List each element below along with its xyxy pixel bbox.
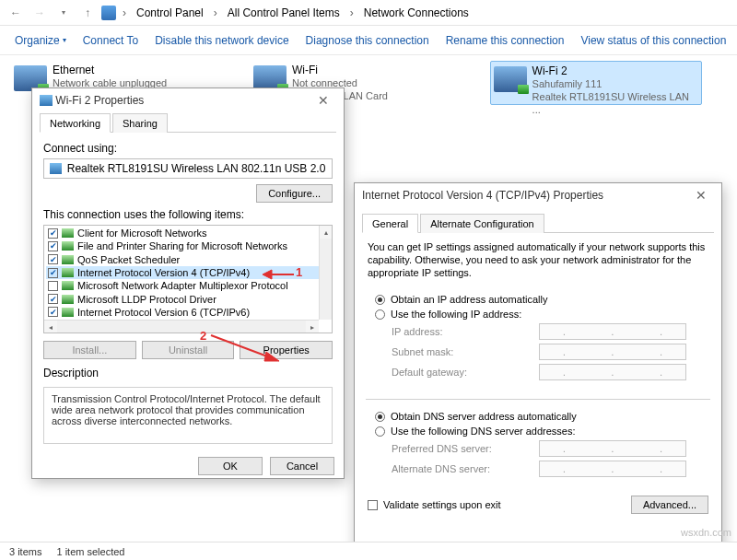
checkbox-icon[interactable]: ✔ bbox=[48, 241, 58, 251]
connection-name: Ethernet bbox=[53, 64, 167, 76]
radio-icon bbox=[375, 426, 385, 437]
checkbox-icon[interactable]: ✔ bbox=[48, 307, 58, 317]
subnet-field: ... bbox=[539, 344, 686, 360]
breadcrumb-item[interactable]: All Control Panel Items bbox=[224, 5, 344, 21]
component-icon bbox=[62, 295, 74, 304]
configure-button[interactable]: Configure... bbox=[256, 184, 333, 203]
radio-obtain-dns[interactable]: Obtain DNS server address automatically bbox=[375, 411, 701, 422]
component-label: Client for Microsoft Networks bbox=[77, 228, 207, 239]
checkbox-icon[interactable]: ✔ bbox=[48, 254, 58, 264]
chevron-right-icon: › bbox=[350, 6, 354, 19]
ipv4-intro-text: You can get IP settings assigned automat… bbox=[368, 240, 708, 279]
cmd-view-status[interactable]: View status of this connection bbox=[580, 34, 726, 47]
component-row[interactable]: ✔Client for Microsoft Networks bbox=[46, 227, 330, 239]
component-label: QoS Packet Scheduler bbox=[77, 254, 180, 265]
breadcrumb-item[interactable]: Network Connections bbox=[360, 5, 473, 21]
nav-up-icon[interactable]: ↑ bbox=[77, 3, 98, 23]
annotation-1: 1 bbox=[296, 265, 302, 279]
tab-alternate[interactable]: Alternate Configuration bbox=[420, 214, 544, 233]
description-heading: Description bbox=[43, 367, 333, 379]
tab-sharing[interactable]: Sharing bbox=[112, 113, 168, 133]
ipv4-properties-dialog: Internet Protocol Version 4 (TCP/IPv4) P… bbox=[354, 182, 722, 556]
radio-icon bbox=[375, 412, 385, 422]
organize-menu[interactable]: Organize bbox=[15, 34, 66, 47]
radio-icon bbox=[375, 309, 385, 320]
nav-fwd-icon[interactable]: → bbox=[29, 3, 50, 23]
ok-button[interactable]: OK bbox=[198, 457, 263, 475]
cmd-rename[interactable]: Rename this connection bbox=[446, 34, 565, 47]
cmd-connect-to[interactable]: Connect To bbox=[83, 34, 139, 47]
component-row[interactable]: ✔Internet Protocol Version 6 (TCP/IPv6) bbox=[46, 306, 330, 319]
adapter-field: Realtek RTL8191SU Wireless LAN 802.11n U… bbox=[43, 158, 333, 179]
connection-device: Realtek RTL8191SU Wireless LAN ... bbox=[532, 90, 698, 116]
radio-icon bbox=[375, 295, 385, 305]
tab-networking[interactable]: Networking bbox=[40, 113, 111, 133]
pref-dns-label: Preferred DNS server: bbox=[392, 440, 530, 457]
adapter-icon bbox=[40, 95, 53, 106]
breadcrumb-item[interactable]: Control Panel bbox=[133, 5, 207, 21]
radio-use-dns[interactable]: Use the following DNS server addresses: bbox=[375, 426, 701, 437]
pref-dns-field: ... bbox=[539, 440, 686, 457]
annotation-2: 2 bbox=[200, 329, 206, 343]
component-icon bbox=[62, 228, 74, 238]
nav-recent-icon[interactable]: ▾ bbox=[53, 3, 74, 23]
checkbox-icon[interactable]: ✔ bbox=[48, 228, 58, 239]
subnet-label: Subnet mask: bbox=[392, 344, 530, 360]
component-icon bbox=[62, 255, 74, 264]
connection-name: Wi-Fi bbox=[292, 64, 388, 76]
component-row[interactable]: Microsoft Network Adapter Multiplexor Pr… bbox=[46, 279, 330, 292]
gateway-field: ... bbox=[539, 364, 686, 380]
close-icon[interactable]: ✕ bbox=[310, 93, 336, 108]
dialog-title: Internet Protocol Version 4 (TCP/IPv4) P… bbox=[362, 189, 603, 202]
chevron-right-icon: › bbox=[123, 6, 126, 19]
checkbox-icon[interactable]: ✔ bbox=[48, 268, 58, 278]
radio-obtain-ip[interactable]: Obtain an IP address automatically bbox=[375, 294, 701, 305]
scrollbar-vertical[interactable]: ▴ bbox=[319, 226, 332, 320]
description-text: Transmission Control Protocol/Internet P… bbox=[43, 387, 333, 444]
scrollbar-horizontal[interactable]: ◂ ▸ bbox=[44, 320, 319, 332]
ip-address-label: IP address: bbox=[392, 323, 530, 340]
status-count: 3 items bbox=[9, 546, 41, 557]
close-icon[interactable]: ✕ bbox=[688, 188, 714, 203]
adapter-name: Realtek RTL8191SU Wireless LAN 802.11n U… bbox=[67, 162, 326, 175]
component-icon bbox=[62, 241, 74, 251]
alt-dns-label: Alternate DNS server: bbox=[392, 461, 530, 477]
checkbox-icon bbox=[368, 500, 378, 510]
watermark: wsxdn.com bbox=[681, 527, 731, 538]
component-icon bbox=[62, 308, 74, 317]
cancel-button[interactable]: Cancel bbox=[270, 457, 334, 475]
status-selected: 1 item selected bbox=[56, 546, 124, 557]
radio-use-ip[interactable]: Use the following IP address: bbox=[375, 309, 701, 320]
component-label: File and Printer Sharing for Microsoft N… bbox=[77, 240, 287, 251]
component-label: Internet Protocol Version 6 (TCP/IPv6) bbox=[77, 307, 250, 318]
nav-back-icon[interactable]: ← bbox=[6, 3, 26, 23]
scroll-left-icon[interactable]: ◂ bbox=[44, 321, 57, 333]
scroll-up-icon[interactable]: ▴ bbox=[320, 226, 333, 239]
component-icon bbox=[62, 268, 74, 277]
component-row[interactable]: ✔File and Printer Sharing for Microsoft … bbox=[46, 239, 330, 252]
cmd-diagnose[interactable]: Diagnose this connection bbox=[306, 34, 429, 47]
dialog-title: Wi-Fi 2 Properties bbox=[55, 94, 144, 107]
cmd-disable[interactable]: Disable this network device bbox=[155, 34, 288, 47]
connection-name: Wi-Fi 2 bbox=[532, 64, 698, 77]
uses-label: This connection uses the following items… bbox=[43, 208, 333, 221]
connection-item-wifi2[interactable]: Wi-Fi 2 Sahufamily 111 Realtek RTL8191SU… bbox=[490, 61, 702, 105]
network-adapter-icon bbox=[494, 66, 527, 92]
component-icon bbox=[62, 281, 74, 290]
advanced-button[interactable]: Advanced... bbox=[631, 496, 708, 514]
connection-status: Sahufamily 111 bbox=[532, 77, 698, 90]
svg-marker-3 bbox=[264, 352, 279, 361]
component-row[interactable]: ✔QoS Packet Scheduler bbox=[46, 253, 330, 266]
control-panel-icon bbox=[101, 6, 116, 20]
component-label: Microsoft LLDP Protocol Driver bbox=[77, 294, 216, 305]
component-label: Microsoft Network Adapter Multiplexor Pr… bbox=[77, 280, 288, 291]
wifi2-properties-dialog: Wi-Fi 2 Properties ✕ Networking Sharing … bbox=[31, 88, 345, 479]
tab-general[interactable]: General bbox=[362, 214, 418, 233]
adapter-icon bbox=[50, 163, 62, 174]
validate-checkbox[interactable]: Validate settings upon exit bbox=[368, 499, 501, 510]
checkbox-icon[interactable]: ✔ bbox=[48, 294, 58, 304]
scroll-right-icon[interactable]: ▸ bbox=[306, 321, 319, 333]
component-row[interactable]: ✔Microsoft LLDP Protocol Driver bbox=[46, 292, 330, 305]
install-button[interactable]: Install... bbox=[43, 341, 136, 359]
checkbox-icon[interactable] bbox=[48, 281, 58, 291]
